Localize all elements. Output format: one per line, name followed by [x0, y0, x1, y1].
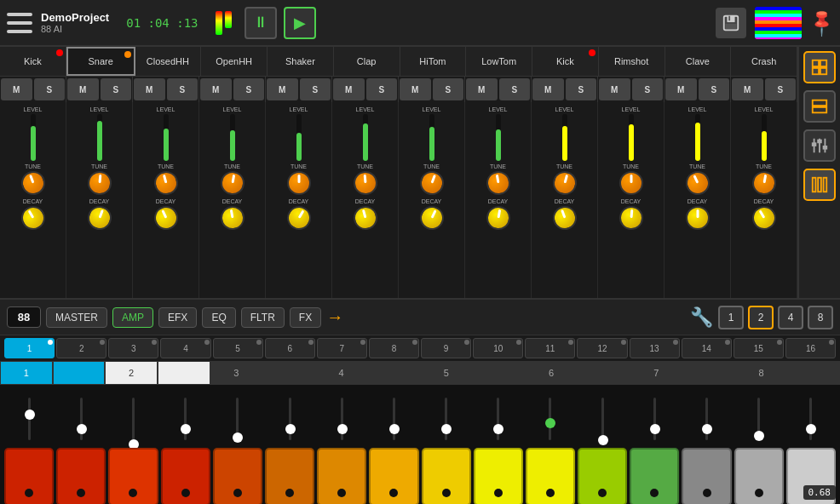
- group-cell-11[interactable]: [578, 361, 630, 385]
- slider-col-6[interactable]: [317, 389, 366, 440]
- slider-handle-5[interactable]: [285, 424, 296, 434]
- tune-knob-2[interactable]: [151, 169, 180, 198]
- mixer-view-button[interactable]: [803, 129, 836, 162]
- tune-knob-1[interactable]: [86, 170, 112, 196]
- decay-knob-2[interactable]: [150, 202, 181, 233]
- master-button[interactable]: MASTER: [46, 307, 107, 328]
- solo-btn-5[interactable]: S: [366, 78, 398, 100]
- channel-name-kick-0[interactable]: Kick: [0, 47, 66, 76]
- slider-col-10[interactable]: [526, 389, 575, 440]
- channel-name-clap-5[interactable]: Clap: [334, 47, 400, 76]
- solo-btn-6[interactable]: S: [433, 78, 464, 100]
- pad-11[interactable]: [578, 448, 627, 504]
- tune-knob-3[interactable]: [218, 169, 245, 197]
- pad-2[interactable]: [108, 448, 158, 504]
- group-cell-8[interactable]: 5: [420, 361, 473, 385]
- pad-3[interactable]: [161, 448, 210, 504]
- group-cell-2[interactable]: 2: [105, 361, 158, 385]
- pattern-cell-16[interactable]: 16: [785, 338, 836, 358]
- slider-handle-9[interactable]: [493, 424, 503, 434]
- mute-btn-1[interactable]: M: [67, 78, 99, 100]
- pad-7[interactable]: [369, 448, 418, 504]
- solo-btn-9[interactable]: S: [632, 78, 664, 100]
- tune-knob-11[interactable]: [750, 169, 777, 197]
- mute-btn-10[interactable]: M: [665, 78, 697, 100]
- play-button[interactable]: ▶: [284, 7, 316, 39]
- mute-btn-11[interactable]: M: [732, 78, 763, 100]
- mute-btn-5[interactable]: M: [333, 78, 365, 100]
- solo-btn-8[interactable]: S: [566, 78, 597, 100]
- decay-knob-7[interactable]: [484, 204, 511, 232]
- decay-knob-0[interactable]: [16, 202, 49, 234]
- decay-knob-9[interactable]: [618, 205, 643, 231]
- tune-knob-4[interactable]: [287, 171, 311, 195]
- slider-col-7[interactable]: [369, 389, 418, 440]
- eq-button[interactable]: EQ: [202, 307, 235, 328]
- slider-col-8[interactable]: [422, 389, 471, 440]
- group-cell-4[interactable]: 3: [210, 361, 263, 385]
- pause-button[interactable]: ⏸: [245, 7, 277, 39]
- pattern-cell-2[interactable]: 2: [56, 338, 106, 358]
- slider-col-3[interactable]: [161, 389, 210, 440]
- pad-1[interactable]: [56, 448, 106, 504]
- pattern-cell-12[interactable]: 12: [577, 338, 627, 358]
- pad-8[interactable]: [422, 448, 471, 504]
- pattern-cell-11[interactable]: 11: [525, 338, 575, 358]
- slider-handle-15[interactable]: [806, 424, 816, 434]
- step-view-button[interactable]: [803, 169, 836, 201]
- channel-name-rimshot-9[interactable]: Rimshot: [599, 47, 665, 76]
- pattern-cell-8[interactable]: 8: [369, 338, 419, 358]
- mute-btn-9[interactable]: M: [599, 78, 630, 100]
- tune-knob-7[interactable]: [484, 169, 511, 197]
- solo-btn-4[interactable]: S: [300, 78, 331, 100]
- step-btn-2[interactable]: 2: [748, 306, 774, 329]
- channel-name-snare-1[interactable]: Snare: [66, 47, 135, 76]
- solo-btn-10[interactable]: S: [699, 78, 730, 100]
- pattern-cell-7[interactable]: 7: [317, 338, 367, 358]
- pad-6[interactable]: [317, 448, 366, 504]
- pad-4[interactable]: [213, 448, 262, 504]
- channel-name-shaker-4[interactable]: Shaker: [268, 47, 334, 76]
- slider-col-0[interactable]: [4, 389, 54, 440]
- channel-name-openhh-3[interactable]: OpenHH: [201, 47, 268, 76]
- pad-10[interactable]: [526, 448, 575, 504]
- slider-handle-3[interactable]: [181, 424, 191, 434]
- mute-btn-6[interactable]: M: [400, 78, 431, 100]
- slider-col-4[interactable]: [213, 389, 262, 440]
- group-cell-5[interactable]: [262, 361, 315, 385]
- pad-12[interactable]: [630, 448, 679, 504]
- channel-name-hitom-6[interactable]: HiTom: [400, 47, 467, 76]
- group-cell-13[interactable]: [682, 361, 735, 385]
- save-button[interactable]: [716, 8, 746, 38]
- slider-col-1[interactable]: [56, 389, 106, 440]
- group-cell-9[interactable]: [473, 361, 526, 385]
- slider-handle-11[interactable]: [598, 435, 608, 445]
- pattern-cell-5[interactable]: 5: [213, 338, 263, 358]
- tune-knob-6[interactable]: [417, 168, 447, 198]
- decay-knob-10[interactable]: [686, 206, 710, 230]
- group-cell-7[interactable]: [367, 361, 420, 385]
- group-cell-15[interactable]: [787, 361, 840, 385]
- pattern-cell-3[interactable]: 3: [108, 338, 158, 358]
- group-cell-3[interactable]: [158, 361, 210, 385]
- slider-handle-14[interactable]: [754, 431, 764, 441]
- slider-col-9[interactable]: [474, 389, 523, 440]
- step-btn-8[interactable]: 8: [808, 306, 833, 329]
- pad-13[interactable]: [682, 448, 731, 504]
- slider-handle-7[interactable]: [389, 424, 400, 434]
- mute-btn-4[interactable]: M: [267, 78, 298, 100]
- group-cell-1[interactable]: [53, 361, 106, 385]
- pattern-cell-4[interactable]: 4: [160, 338, 210, 358]
- solo-btn-11[interactable]: S: [765, 78, 797, 100]
- efx-button[interactable]: EFX: [158, 307, 197, 328]
- step-btn-1[interactable]: 1: [718, 306, 744, 329]
- group-cell-0[interactable]: 1: [0, 361, 53, 385]
- slider-handle-1[interactable]: [77, 424, 87, 434]
- solo-btn-7[interactable]: S: [499, 78, 531, 100]
- decay-knob-5[interactable]: [350, 203, 379, 232]
- slider-col-11[interactable]: [578, 389, 627, 440]
- tune-knob-10[interactable]: [682, 167, 713, 198]
- slider-handle-0[interactable]: [25, 410, 35, 420]
- hamburger-menu[interactable]: [7, 10, 32, 36]
- slider-col-13[interactable]: [682, 389, 731, 440]
